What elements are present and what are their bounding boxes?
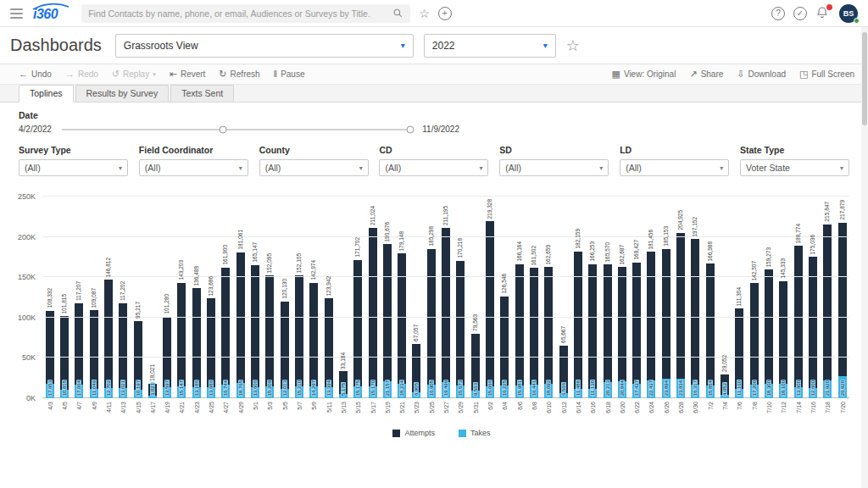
bar-group[interactable]: 109,08711,0494/9: [86, 197, 101, 398]
bar-group[interactable]: 166,98815,8547/2: [703, 197, 717, 398]
tab-texts-sent[interactable]: Texts Sent: [170, 85, 234, 102]
attempts-bar[interactable]: [544, 267, 553, 398]
bar-group[interactable]: 143,20315,1474/21: [175, 197, 189, 398]
dashboard-select[interactable]: Grassroots View ▾: [115, 34, 414, 58]
attempts-bar[interactable]: [618, 267, 626, 398]
pause-button[interactable]: ‖ Pause: [274, 69, 305, 79]
bar-group[interactable]: 170,21815,5735/29: [453, 197, 468, 398]
attempts-bar[interactable]: [838, 223, 847, 398]
bar-group[interactable]: 211,02415,1705/17: [365, 197, 380, 398]
check-icon[interactable]: ✓: [793, 7, 807, 20]
redo-button[interactable]: → Redo: [65, 69, 98, 79]
bar-group[interactable]: 197,15216,3176/30: [688, 197, 703, 398]
search-bar[interactable]: [81, 4, 410, 23]
bar-group[interactable]: 123,68613,6864/25: [203, 197, 218, 398]
bar-group[interactable]: 168,42717,4376/22: [630, 197, 644, 398]
bar-group[interactable]: 95,21710,1974/15: [131, 197, 145, 398]
attempts-bar[interactable]: [251, 265, 259, 398]
bar-group[interactable]: 161,50216,4416/8: [526, 197, 541, 398]
attempts-bar[interactable]: [398, 253, 406, 398]
bar-group[interactable]: 162,68720,8446/20: [615, 197, 629, 398]
bar-group[interactable]: 18,0213,0214/17: [145, 197, 159, 398]
bar-group[interactable]: 152,09515,2095/3: [263, 197, 277, 398]
bar-group[interactable]: 181,45622,4376/24: [644, 197, 659, 398]
share-button[interactable]: ↗ Share: [689, 69, 723, 79]
attempts-bar[interactable]: [515, 264, 524, 398]
slider-handle-start[interactable]: [220, 125, 227, 133]
bar-group[interactable]: 162,65918,0926/10: [542, 197, 556, 398]
bar-group[interactable]: 108,33217,6534/3: [42, 197, 57, 398]
tab-toplines[interactable]: Toplines: [19, 85, 74, 103]
bar-group[interactable]: 29,0524,0527/4: [717, 197, 732, 398]
attempts-bar[interactable]: [456, 261, 465, 398]
tab-results-by-survey[interactable]: Results by Survey: [75, 85, 170, 102]
slider-handle-end[interactable]: [407, 125, 415, 133]
help-icon[interactable]: ?: [771, 7, 785, 20]
favorite-star-icon[interactable]: ☆: [419, 7, 430, 20]
bar-group[interactable]: 79,5639,5635/31: [468, 197, 482, 398]
bar-group[interactable]: 67,0576,9055/23: [409, 197, 424, 398]
bar-group[interactable]: 117,20213,0214/13: [116, 197, 131, 398]
replay-button[interactable]: ↺ Replay ▾: [112, 69, 156, 79]
bar-group[interactable]: 165,57020,2136/18: [600, 197, 615, 398]
field-coordinator-select[interactable]: (All) ▾: [139, 159, 248, 176]
bar-group[interactable]: 161,90016,7444/27: [219, 197, 233, 398]
sd-select[interactable]: (All) ▾: [499, 159, 609, 176]
logo[interactable]: i360: [31, 5, 64, 22]
bar-group[interactable]: 120,13012,0135/5: [277, 197, 292, 398]
full-screen-button[interactable]: ◳ Full Screen: [799, 69, 854, 79]
attempts-bar[interactable]: [588, 264, 597, 398]
year-select[interactable]: 2022 ▾: [424, 34, 556, 58]
attempts-bar[interactable]: [369, 228, 377, 398]
bar-group[interactable]: 65,6676,5666/12: [556, 197, 570, 398]
window-scrollbar[interactable]: [861, 27, 868, 488]
attempts-bar[interactable]: [486, 221, 494, 398]
attempts-bar[interactable]: [662, 249, 670, 398]
slider-track[interactable]: [62, 129, 412, 130]
attempts-bar[interactable]: [676, 233, 685, 398]
attempts-bar[interactable]: [530, 268, 538, 398]
bar-group[interactable]: 142,50717,2007/8: [747, 197, 761, 398]
bar-group[interactable]: 136,48813,1864/23: [189, 197, 203, 398]
bar-group[interactable]: 142,97414,2975/9: [307, 197, 321, 398]
ld-select[interactable]: (All) ▾: [620, 159, 729, 176]
bar-group[interactable]: 219,32815,0666/2: [482, 197, 497, 398]
legend-item-takes[interactable]: Takes: [459, 429, 491, 437]
bar-group[interactable]: 182,15911,4886/14: [570, 197, 585, 398]
notifications-bell-icon[interactable]: [815, 6, 831, 21]
attempts-bar[interactable]: [823, 225, 832, 398]
attempts-bar[interactable]: [647, 252, 655, 398]
county-select[interactable]: (All) ▾: [259, 159, 369, 176]
scrollbar-thumb[interactable]: [862, 32, 867, 125]
survey-type-select[interactable]: (All) ▾: [19, 159, 128, 176]
legend-item-attempts[interactable]: Attempts: [392, 429, 435, 437]
bar-group[interactable]: 165,14713,6065/1: [248, 197, 262, 398]
bar-group[interactable]: 101,28013,5974/19: [160, 197, 175, 398]
download-button[interactable]: ⇩ Download: [737, 69, 786, 79]
bar-group[interactable]: 211,19519,4995/27: [438, 197, 453, 398]
attempts-bar[interactable]: [604, 264, 612, 398]
bar-group[interactable]: 190,67621,1575/19: [380, 197, 394, 398]
bar-group[interactable]: 217,87926,9207/20: [835, 197, 849, 398]
attempts-bar[interactable]: [809, 257, 817, 398]
bar-group[interactable]: 123,94213,3945/11: [321, 197, 336, 398]
bar-group[interactable]: 185,29816,9055/25: [424, 197, 438, 398]
attempts-bar[interactable]: [427, 249, 436, 398]
view-original-button[interactable]: ▦ View: Original: [611, 69, 676, 79]
revert-button[interactable]: ⇤ Revert: [170, 69, 206, 79]
attempts-bar[interactable]: [383, 244, 392, 398]
bar-group[interactable]: 215,84721,9207/18: [821, 197, 835, 398]
add-icon[interactable]: +: [438, 7, 452, 20]
bar-group[interactable]: 111,30411,1607/6: [732, 197, 747, 398]
bar-group[interactable]: 166,25311,1306/16: [586, 197, 600, 398]
cd-select[interactable]: (All) ▾: [379, 159, 488, 176]
menu-icon[interactable]: [10, 8, 23, 19]
bar-group[interactable]: 152,10515,2105/7: [292, 197, 306, 398]
bar-group[interactable]: 166,16415,9816/6: [512, 197, 526, 398]
bar-group[interactable]: 117,20717,0644/7: [72, 197, 86, 398]
attempts-bar[interactable]: [632, 263, 641, 398]
bar-group[interactable]: 175,03612,6007/16: [805, 197, 820, 398]
attempts-bar[interactable]: [442, 228, 450, 398]
attempts-bar[interactable]: [794, 246, 803, 398]
bar-group[interactable]: 101,81510,8154/5: [57, 197, 71, 398]
